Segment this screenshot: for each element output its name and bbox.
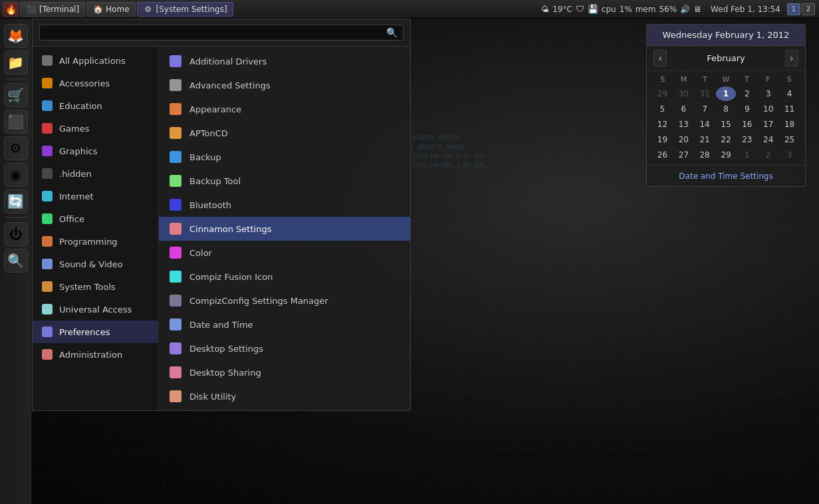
cat-item-all[interactable]: All Applications	[33, 49, 158, 72]
calendar-day[interactable]: 16	[737, 117, 757, 132]
dock-chrome[interactable]: ◉	[4, 163, 28, 187]
cat-item-education[interactable]: Education	[33, 94, 158, 117]
calendar-day[interactable]: 2	[737, 86, 757, 101]
menu-icon[interactable]: 🔥	[3, 2, 19, 17]
app-item-cinnamon-settings[interactable]: Cinnamon Settings	[159, 217, 410, 241]
calendar-day[interactable]: 18	[779, 117, 800, 132]
dock-search[interactable]: 🔍	[4, 249, 28, 273]
app-item-date-and-time[interactable]: Date and Time	[159, 313, 410, 336]
app-item-color[interactable]: Color	[159, 241, 410, 265]
calendar-day[interactable]: 30	[673, 86, 694, 101]
app-item-disk-utility[interactable]: Disk Utility	[159, 384, 410, 408]
calendar-day[interactable]: 8	[716, 102, 737, 116]
cat-item-graphics[interactable]: Graphics	[33, 140, 158, 162]
cat-item-system-tools[interactable]: System Tools	[33, 275, 158, 298]
app-item-compizconfig[interactable]: CompizConfig Settings Manager	[159, 289, 410, 313]
app-item-compiz-fusion-icon[interactable]: Compiz Fusion Icon	[159, 265, 410, 289]
calendar-day[interactable]: 9	[737, 102, 757, 116]
calendar-day[interactable]: 7	[695, 102, 715, 116]
volume-icon[interactable]: 🔊	[680, 5, 690, 14]
calendar-day[interactable]: 21	[695, 132, 715, 147]
calendar-next-btn[interactable]: ›	[785, 50, 798, 66]
cat-item-programming[interactable]: Programming	[33, 230, 158, 253]
cat-item-preferences[interactable]: Preferences	[33, 320, 158, 343]
calendar-day[interactable]: 2	[758, 148, 778, 162]
dock-software[interactable]: 🛒	[4, 83, 28, 107]
calendar-day[interactable]: 24	[758, 132, 778, 147]
calendar-day[interactable]: 1	[737, 148, 757, 162]
dock-power[interactable]: ⏻	[4, 222, 28, 246]
calendar-day[interactable]: 12	[652, 117, 673, 132]
app-item-additional-drivers[interactable]: Additional Drivers	[159, 49, 410, 73]
app-item-backup-tool[interactable]: Backup Tool	[159, 169, 410, 193]
app-label-compizconfig: CompizConfig Settings Manager	[189, 296, 328, 306]
calendar-day[interactable]: 29	[652, 86, 673, 101]
dock-files[interactable]: 📁	[4, 51, 28, 74]
calendar-day[interactable]: 31	[695, 86, 715, 101]
app-icon-date-and-time	[168, 317, 183, 332]
cat-icon-all	[41, 54, 54, 67]
calendar-day[interactable]: 27	[673, 148, 694, 162]
app-icon-compiz-fusion-icon	[168, 269, 183, 284]
dock-update[interactable]: 🔄	[4, 189, 28, 213]
taskbar-terminal-btn[interactable]: ⬛ [Terminal]	[20, 2, 85, 17]
calendar-day[interactable]: 29	[716, 148, 737, 162]
app-label-additional-drivers: Additional Drivers	[189, 57, 267, 66]
dock-firefox[interactable]: 🦊	[4, 24, 28, 48]
calendar-day[interactable]: 28	[695, 148, 715, 162]
calendar-day[interactable]: 3	[758, 86, 778, 101]
dock-settings[interactable]: ⚙	[4, 136, 28, 160]
calendar-day[interactable]: 25	[779, 132, 800, 147]
taskbar-home-btn[interactable]: 🏠 Home	[86, 2, 135, 17]
calendar-day[interactable]: 3	[779, 148, 800, 162]
app-item-bluetooth[interactable]: Bluetooth	[159, 193, 410, 217]
cat-item-internet[interactable]: Internet	[33, 185, 158, 207]
calendar-day[interactable]: 11	[779, 102, 800, 116]
calendar-day[interactable]: 26	[652, 148, 673, 162]
calendar-day[interactable]: 6	[673, 102, 694, 116]
cat-item-hidden[interactable]: .hidden	[33, 162, 158, 185]
cat-icon-administration	[41, 348, 54, 361]
calendar-day[interactable]: 17	[758, 117, 778, 132]
app-item-advanced-settings[interactable]: Advanced Settings	[159, 73, 410, 97]
calendar-day[interactable]: 23	[737, 132, 757, 147]
calendar-day[interactable]: 1	[716, 86, 737, 101]
cat-icon-universal-access	[41, 303, 54, 316]
date-time-settings-link[interactable]: Date and Time Settings	[679, 172, 772, 181]
calendar-day[interactable]: 22	[716, 132, 737, 147]
calendar-day[interactable]: 15	[716, 117, 737, 132]
calendar-day[interactable]: 13	[673, 117, 694, 132]
cat-item-accessories[interactable]: Accessories	[33, 72, 158, 94]
cat-item-sound-video[interactable]: Sound & Video	[33, 253, 158, 275]
app-item-appearance[interactable]: Appearance	[159, 97, 410, 121]
calendar-day[interactable]: 20	[673, 132, 694, 147]
search-button[interactable]: 🔍	[386, 27, 398, 38]
network-icon: 🛡	[576, 4, 584, 14]
calendar-day[interactable]: 5	[652, 102, 673, 116]
app-item-aptoncd[interactable]: APTonCD	[159, 121, 410, 145]
app-item-backup[interactable]: Backup	[159, 145, 410, 169]
calendar-footer: Date and Time Settings	[647, 165, 805, 186]
cat-item-office[interactable]: Office	[33, 207, 158, 230]
calendar-day[interactable]: 19	[652, 132, 673, 147]
cat-icon-internet	[41, 189, 54, 203]
calendar-day-name: W	[715, 74, 737, 85]
calendar-day[interactable]: 4	[779, 86, 800, 101]
app-icon-desktop-settings	[168, 341, 183, 356]
calendar-prev-btn[interactable]: ‹	[653, 50, 667, 66]
app-item-desktop-sharing[interactable]: Desktop Sharing	[159, 360, 410, 384]
workspace-1[interactable]: 1	[787, 3, 800, 15]
search-input[interactable]	[45, 28, 382, 38]
calendar-day-name: T	[694, 74, 715, 85]
taskbar-settings-btn[interactable]: ⚙ [System Settings]	[137, 2, 233, 17]
cat-item-universal-access[interactable]: Universal Access	[33, 298, 158, 320]
calendar-day[interactable]: 10	[758, 102, 778, 116]
app-item-desktop-settings[interactable]: Desktop Settings	[159, 336, 410, 360]
cat-item-administration[interactable]: Administration	[33, 343, 158, 366]
cat-item-games[interactable]: Games	[33, 117, 158, 140]
cat-icon-hidden	[41, 167, 54, 180]
dock-terminal[interactable]: ⬛	[4, 110, 28, 134]
workspace-2[interactable]: 2	[802, 3, 815, 15]
calendar-day[interactable]: 14	[695, 117, 715, 132]
clock[interactable]: Wed Feb 1, 13:54	[708, 5, 783, 14]
